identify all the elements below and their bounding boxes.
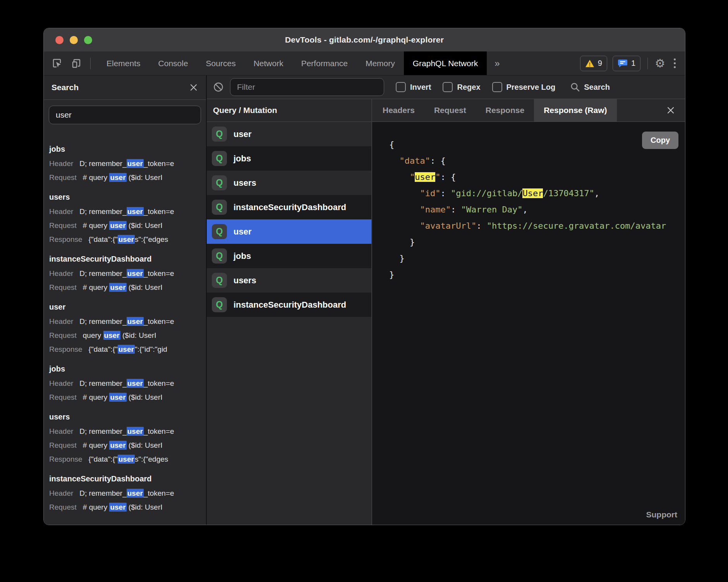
inspect-element-icon[interactable] (50, 56, 64, 70)
close-window-button[interactable] (55, 36, 64, 44)
result-match: user (127, 427, 144, 436)
search-result-row[interactable]: HeaderD; remember_user_token=e (49, 486, 206, 500)
toolbar-divider (90, 58, 91, 69)
tab-response-raw[interactable]: Response (Raw) (534, 99, 616, 122)
result-kind-label: Header (49, 269, 73, 277)
result-kind-label: Response (49, 235, 82, 243)
result-kind-label: Request (49, 503, 77, 511)
result-text: # query (83, 173, 110, 181)
json-line: } (389, 234, 685, 250)
tab-request[interactable]: Request (424, 99, 476, 122)
preserve-log-checkbox[interactable] (492, 82, 502, 92)
close-search-panel-icon[interactable] (189, 83, 198, 92)
settings-gear-icon[interactable]: ⚙ (655, 58, 665, 69)
tab-response[interactable]: Response (476, 99, 534, 122)
search-result-row[interactable]: Request# query user ($id: UserI (49, 281, 206, 294)
tab-elements[interactable]: Elements (98, 51, 149, 75)
query-type-badge: Q (212, 127, 227, 142)
tab-graphql-network[interactable]: GraphQL Network (404, 51, 487, 75)
search-result-row[interactable]: Request# query user ($id: UserI (49, 390, 206, 404)
tab-sources[interactable]: Sources (197, 51, 245, 75)
search-result-partial[interactable]: Response{"data":{"user":{"id":"gid (49, 127, 206, 137)
query-type-badge: Q (212, 224, 227, 239)
result-kind-label: Request (49, 331, 77, 339)
copy-button[interactable]: Copy (642, 132, 678, 149)
minimize-window-button[interactable] (70, 36, 78, 44)
json-line: } (389, 267, 685, 283)
json-line: { (389, 137, 685, 153)
search-result-row[interactable]: HeaderD; remember_user_token=e (49, 377, 206, 390)
query-item-label: instanceSecurityDashboard (234, 300, 346, 310)
filter-input[interactable] (230, 78, 384, 96)
json-token: : { (430, 156, 446, 166)
search-result-row[interactable]: Request# query user ($id: UserI (49, 500, 206, 514)
query-list-item[interactable]: Qusers (207, 268, 371, 293)
search-tool[interactable]: Search (570, 82, 610, 92)
search-result-row[interactable]: Response{"data":{"users":{"edges (49, 452, 206, 466)
search-result-row[interactable]: Requestquery user ($id: UserI (49, 329, 206, 342)
search-result-row[interactable]: Request# query user ($id: UserI (49, 219, 206, 233)
json-token: , (522, 205, 527, 214)
warnings-badge[interactable]: 9 (580, 56, 607, 71)
json-search-highlight: user (415, 172, 435, 182)
query-list-item[interactable]: Qusers (207, 171, 371, 195)
query-type-badge: Q (212, 248, 227, 264)
clear-block-icon[interactable] (213, 82, 224, 92)
json-token: } (389, 270, 394, 279)
query-type-badge: Q (212, 175, 227, 190)
search-group-title: jobs (49, 141, 206, 157)
tab-network[interactable]: Network (245, 51, 292, 75)
json-line: "data": { (389, 153, 685, 169)
search-result-row[interactable]: HeaderD; remember_user_token=e (49, 205, 206, 219)
search-result-row[interactable]: Request# query user ($id: UserI (49, 438, 206, 452)
result-match: user (118, 345, 135, 354)
result-match: user (109, 441, 126, 450)
issues-badge[interactable]: 1 (613, 56, 640, 71)
zoom-window-button[interactable] (84, 36, 92, 44)
search-result-row[interactable]: Response{"data":{"users":{"edges (49, 233, 206, 246)
tab-console[interactable]: Console (149, 51, 197, 75)
more-tabs-button[interactable]: » (487, 51, 507, 75)
tab-performance[interactable]: Performance (292, 51, 357, 75)
query-item-label: jobs (234, 251, 251, 261)
search-result-row[interactable]: Request# query user ($id: UserI (49, 171, 206, 185)
json-token: : (451, 205, 461, 214)
result-match: user (109, 503, 126, 512)
tab-memory[interactable]: Memory (357, 51, 404, 75)
result-match: user (109, 221, 126, 230)
search-result-row[interactable]: Response{"data":{"user":{"id":"gid (49, 342, 206, 356)
response-raw-body: Copy { "data": { "user": { "id": "gid://… (372, 122, 685, 525)
more-options-kebab-icon[interactable] (671, 58, 679, 68)
detail-tabs: Headers Request Response Response (Raw) (372, 99, 685, 122)
search-result-row[interactable]: HeaderD; remember_user_token=e (49, 157, 206, 171)
query-list-item[interactable]: QinstanceSecurityDashboard (207, 293, 371, 317)
request-detail-panel: Headers Request Response Response (Raw) … (372, 99, 685, 525)
support-link[interactable]: Support (646, 510, 677, 519)
device-toolbar-icon[interactable] (69, 56, 83, 70)
close-detail-icon[interactable] (656, 99, 685, 122)
result-kind-label: Response (49, 455, 82, 463)
search-input[interactable] (49, 106, 201, 124)
json-token: "data" (400, 156, 430, 166)
search-panel: Search Response{"data":{"user":{"id":"gi… (44, 75, 207, 525)
result-text: s":{"edges (135, 455, 168, 463)
search-group-title: users (49, 189, 206, 205)
title-bar[interactable]: DevTools - gitlab.com/-/graphql-explorer (44, 28, 685, 51)
json-viewer[interactable]: { "data": { "user": { "id": "gid://gitla… (372, 122, 685, 283)
search-result-row[interactable]: HeaderD; remember_user_token=e (49, 315, 206, 329)
regex-checkbox[interactable] (443, 82, 453, 92)
tab-headers[interactable]: Headers (373, 99, 424, 122)
search-result-row[interactable]: HeaderD; remember_user_token=e (49, 267, 206, 281)
result-text: D; remember_ (79, 269, 126, 277)
query-list-item-selected[interactable]: Quser (207, 219, 371, 244)
json-line: "id": "gid://gitlab/User/13704317", (389, 185, 685, 202)
search-group-title: user (49, 299, 206, 315)
search-result-row[interactable]: HeaderD; remember_user_token=e (49, 425, 206, 438)
window-title: DevTools - gitlab.com/-/graphql-explorer (285, 35, 444, 45)
query-list-item[interactable]: Quser (207, 122, 371, 146)
query-list-item[interactable]: QinstanceSecurityDashboard (207, 195, 371, 219)
query-list-item[interactable]: Qjobs (207, 146, 371, 171)
query-list-item[interactable]: Qjobs (207, 244, 371, 268)
invert-checkbox[interactable] (396, 82, 406, 92)
search-results: Response{"data":{"user":{"id":"gid jobsH… (44, 127, 206, 525)
